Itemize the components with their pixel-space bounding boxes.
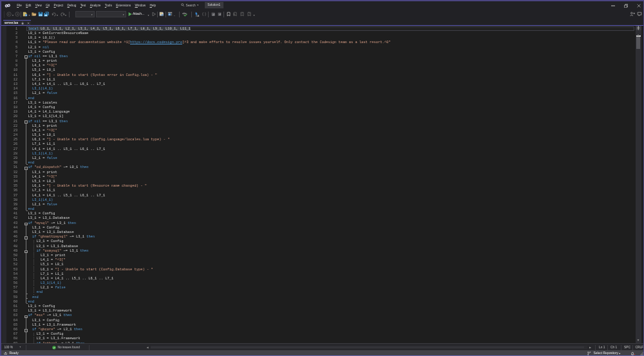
- svg-text:abc: abc: [182, 12, 186, 15]
- svg-text:LUA: LUA: [196, 15, 199, 17]
